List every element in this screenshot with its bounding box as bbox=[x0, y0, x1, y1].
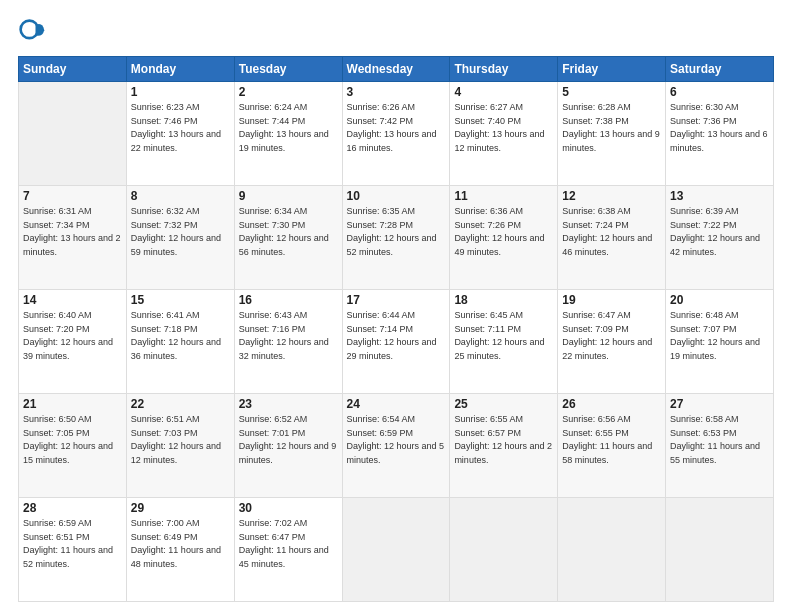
day-number: 18 bbox=[454, 293, 553, 307]
day-number: 4 bbox=[454, 85, 553, 99]
day-number: 2 bbox=[239, 85, 338, 99]
cell-info: Sunrise: 6:48 AMSunset: 7:07 PMDaylight:… bbox=[670, 310, 760, 361]
cell-info: Sunrise: 6:56 AMSunset: 6:55 PMDaylight:… bbox=[562, 414, 652, 465]
cell-info: Sunrise: 6:36 AMSunset: 7:26 PMDaylight:… bbox=[454, 206, 544, 257]
cell-info: Sunrise: 6:34 AMSunset: 7:30 PMDaylight:… bbox=[239, 206, 329, 257]
calendar-cell: 26 Sunrise: 6:56 AMSunset: 6:55 PMDaylig… bbox=[558, 394, 666, 498]
calendar-cell: 19 Sunrise: 6:47 AMSunset: 7:09 PMDaylig… bbox=[558, 290, 666, 394]
page: SundayMondayTuesdayWednesdayThursdayFrid… bbox=[0, 0, 792, 612]
day-number: 22 bbox=[131, 397, 230, 411]
weekday-header-monday: Monday bbox=[126, 57, 234, 82]
weekday-header-saturday: Saturday bbox=[666, 57, 774, 82]
day-number: 24 bbox=[347, 397, 446, 411]
cell-info: Sunrise: 6:38 AMSunset: 7:24 PMDaylight:… bbox=[562, 206, 652, 257]
day-number: 13 bbox=[670, 189, 769, 203]
calendar-cell: 30 Sunrise: 7:02 AMSunset: 6:47 PMDaylig… bbox=[234, 498, 342, 602]
weekday-header-tuesday: Tuesday bbox=[234, 57, 342, 82]
weekday-header-friday: Friday bbox=[558, 57, 666, 82]
day-number: 12 bbox=[562, 189, 661, 203]
calendar-cell: 5 Sunrise: 6:28 AMSunset: 7:38 PMDayligh… bbox=[558, 82, 666, 186]
calendar-cell: 6 Sunrise: 6:30 AMSunset: 7:36 PMDayligh… bbox=[666, 82, 774, 186]
calendar-cell bbox=[558, 498, 666, 602]
calendar-table: SundayMondayTuesdayWednesdayThursdayFrid… bbox=[18, 56, 774, 602]
day-number: 15 bbox=[131, 293, 230, 307]
calendar-cell: 8 Sunrise: 6:32 AMSunset: 7:32 PMDayligh… bbox=[126, 186, 234, 290]
cell-info: Sunrise: 6:43 AMSunset: 7:16 PMDaylight:… bbox=[239, 310, 329, 361]
cell-info: Sunrise: 6:23 AMSunset: 7:46 PMDaylight:… bbox=[131, 102, 221, 153]
calendar-cell: 28 Sunrise: 6:59 AMSunset: 6:51 PMDaylig… bbox=[19, 498, 127, 602]
calendar-cell: 20 Sunrise: 6:48 AMSunset: 7:07 PMDaylig… bbox=[666, 290, 774, 394]
day-number: 11 bbox=[454, 189, 553, 203]
calendar-week-4: 21 Sunrise: 6:50 AMSunset: 7:05 PMDaylig… bbox=[19, 394, 774, 498]
calendar-cell: 24 Sunrise: 6:54 AMSunset: 6:59 PMDaylig… bbox=[342, 394, 450, 498]
cell-info: Sunrise: 6:55 AMSunset: 6:57 PMDaylight:… bbox=[454, 414, 552, 465]
day-number: 28 bbox=[23, 501, 122, 515]
calendar-cell: 14 Sunrise: 6:40 AMSunset: 7:20 PMDaylig… bbox=[19, 290, 127, 394]
weekday-header-sunday: Sunday bbox=[19, 57, 127, 82]
calendar-cell: 1 Sunrise: 6:23 AMSunset: 7:46 PMDayligh… bbox=[126, 82, 234, 186]
day-number: 19 bbox=[562, 293, 661, 307]
cell-info: Sunrise: 6:24 AMSunset: 7:44 PMDaylight:… bbox=[239, 102, 329, 153]
calendar-cell: 2 Sunrise: 6:24 AMSunset: 7:44 PMDayligh… bbox=[234, 82, 342, 186]
day-number: 25 bbox=[454, 397, 553, 411]
calendar-cell: 16 Sunrise: 6:43 AMSunset: 7:16 PMDaylig… bbox=[234, 290, 342, 394]
cell-info: Sunrise: 6:35 AMSunset: 7:28 PMDaylight:… bbox=[347, 206, 437, 257]
calendar-cell bbox=[19, 82, 127, 186]
calendar-cell: 25 Sunrise: 6:55 AMSunset: 6:57 PMDaylig… bbox=[450, 394, 558, 498]
weekday-header-thursday: Thursday bbox=[450, 57, 558, 82]
day-number: 7 bbox=[23, 189, 122, 203]
cell-info: Sunrise: 6:59 AMSunset: 6:51 PMDaylight:… bbox=[23, 518, 113, 569]
cell-info: Sunrise: 6:32 AMSunset: 7:32 PMDaylight:… bbox=[131, 206, 221, 257]
logo-icon bbox=[18, 18, 46, 46]
calendar-cell: 13 Sunrise: 6:39 AMSunset: 7:22 PMDaylig… bbox=[666, 186, 774, 290]
cell-info: Sunrise: 6:47 AMSunset: 7:09 PMDaylight:… bbox=[562, 310, 652, 361]
day-number: 10 bbox=[347, 189, 446, 203]
calendar-cell bbox=[450, 498, 558, 602]
day-number: 27 bbox=[670, 397, 769, 411]
day-number: 20 bbox=[670, 293, 769, 307]
calendar-week-5: 28 Sunrise: 6:59 AMSunset: 6:51 PMDaylig… bbox=[19, 498, 774, 602]
calendar-cell: 29 Sunrise: 7:00 AMSunset: 6:49 PMDaylig… bbox=[126, 498, 234, 602]
header bbox=[18, 18, 774, 46]
cell-info: Sunrise: 6:51 AMSunset: 7:03 PMDaylight:… bbox=[131, 414, 221, 465]
calendar-cell: 12 Sunrise: 6:38 AMSunset: 7:24 PMDaylig… bbox=[558, 186, 666, 290]
day-number: 8 bbox=[131, 189, 230, 203]
calendar-cell: 15 Sunrise: 6:41 AMSunset: 7:18 PMDaylig… bbox=[126, 290, 234, 394]
day-number: 23 bbox=[239, 397, 338, 411]
cell-info: Sunrise: 6:52 AMSunset: 7:01 PMDaylight:… bbox=[239, 414, 337, 465]
calendar-cell: 21 Sunrise: 6:50 AMSunset: 7:05 PMDaylig… bbox=[19, 394, 127, 498]
day-number: 5 bbox=[562, 85, 661, 99]
cell-info: Sunrise: 6:41 AMSunset: 7:18 PMDaylight:… bbox=[131, 310, 221, 361]
day-number: 17 bbox=[347, 293, 446, 307]
calendar-cell: 7 Sunrise: 6:31 AMSunset: 7:34 PMDayligh… bbox=[19, 186, 127, 290]
calendar-cell: 17 Sunrise: 6:44 AMSunset: 7:14 PMDaylig… bbox=[342, 290, 450, 394]
cell-info: Sunrise: 6:50 AMSunset: 7:05 PMDaylight:… bbox=[23, 414, 113, 465]
cell-info: Sunrise: 7:00 AMSunset: 6:49 PMDaylight:… bbox=[131, 518, 221, 569]
day-number: 29 bbox=[131, 501, 230, 515]
cell-info: Sunrise: 6:26 AMSunset: 7:42 PMDaylight:… bbox=[347, 102, 437, 153]
cell-info: Sunrise: 6:30 AMSunset: 7:36 PMDaylight:… bbox=[670, 102, 768, 153]
cell-info: Sunrise: 6:28 AMSunset: 7:38 PMDaylight:… bbox=[562, 102, 660, 153]
calendar-cell: 22 Sunrise: 6:51 AMSunset: 7:03 PMDaylig… bbox=[126, 394, 234, 498]
day-number: 1 bbox=[131, 85, 230, 99]
calendar-cell: 4 Sunrise: 6:27 AMSunset: 7:40 PMDayligh… bbox=[450, 82, 558, 186]
cell-info: Sunrise: 6:54 AMSunset: 6:59 PMDaylight:… bbox=[347, 414, 445, 465]
calendar-week-3: 14 Sunrise: 6:40 AMSunset: 7:20 PMDaylig… bbox=[19, 290, 774, 394]
day-number: 26 bbox=[562, 397, 661, 411]
day-number: 16 bbox=[239, 293, 338, 307]
logo bbox=[18, 18, 50, 46]
calendar-cell: 9 Sunrise: 6:34 AMSunset: 7:30 PMDayligh… bbox=[234, 186, 342, 290]
cell-info: Sunrise: 6:40 AMSunset: 7:20 PMDaylight:… bbox=[23, 310, 113, 361]
day-number: 3 bbox=[347, 85, 446, 99]
calendar-cell bbox=[342, 498, 450, 602]
day-number: 6 bbox=[670, 85, 769, 99]
cell-info: Sunrise: 7:02 AMSunset: 6:47 PMDaylight:… bbox=[239, 518, 329, 569]
calendar-header-row: SundayMondayTuesdayWednesdayThursdayFrid… bbox=[19, 57, 774, 82]
calendar-cell: 3 Sunrise: 6:26 AMSunset: 7:42 PMDayligh… bbox=[342, 82, 450, 186]
cell-info: Sunrise: 6:58 AMSunset: 6:53 PMDaylight:… bbox=[670, 414, 760, 465]
cell-info: Sunrise: 6:45 AMSunset: 7:11 PMDaylight:… bbox=[454, 310, 544, 361]
day-number: 14 bbox=[23, 293, 122, 307]
cell-info: Sunrise: 6:39 AMSunset: 7:22 PMDaylight:… bbox=[670, 206, 760, 257]
calendar-cell: 23 Sunrise: 6:52 AMSunset: 7:01 PMDaylig… bbox=[234, 394, 342, 498]
day-number: 21 bbox=[23, 397, 122, 411]
